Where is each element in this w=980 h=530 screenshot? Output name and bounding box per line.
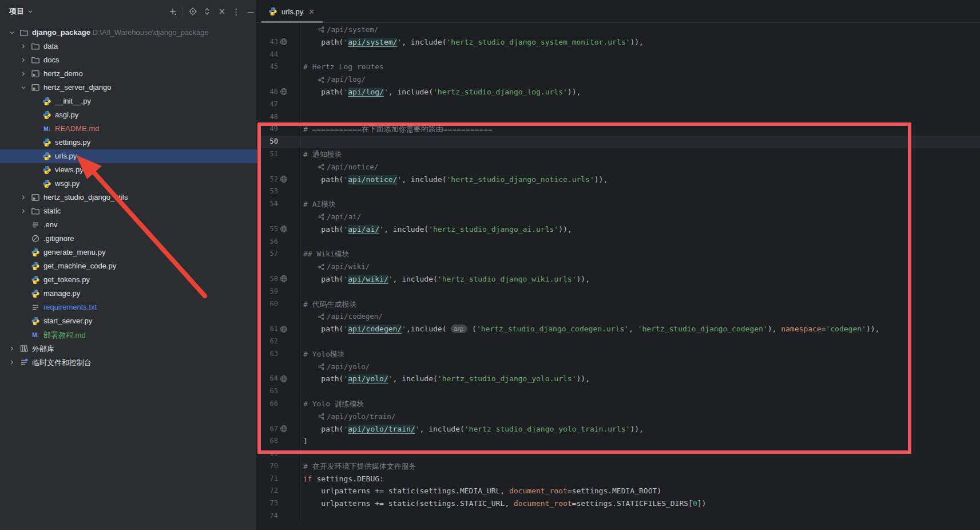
tree-item-__init__.py[interactable]: __init__.py	[0, 94, 257, 108]
url-link-string[interactable]: api/system/	[348, 38, 397, 46]
code-line-60[interactable]: 60# 代码生成模块	[257, 298, 980, 311]
url-inlay-row[interactable]: /api/system/	[257, 23, 980, 36]
url-mapping-globe-icon[interactable]	[278, 423, 300, 436]
url-link-string[interactable]: api/notice/	[348, 175, 397, 184]
code-line-59[interactable]: 59	[257, 286, 980, 298]
url-mapping-globe-icon[interactable]	[278, 173, 300, 186]
chevron-right-icon[interactable]	[19, 193, 27, 201]
code-line-73[interactable]: 73 urlpatterns += static(settings.STATIC…	[257, 497, 980, 510]
chevron-right-icon[interactable]	[19, 207, 27, 215]
code-line-55[interactable]: 55 path('api/ai/', include('hertz_studio…	[257, 223, 980, 236]
related-url-inlay[interactable]: /api/system/	[318, 23, 378, 36]
tree-item-get_tokens.py[interactable]: get_tokens.py	[0, 273, 257, 287]
code-line-44[interactable]: 44	[257, 49, 980, 61]
tree-item-hertz_server_django[interactable]: hertz_server_django	[0, 81, 257, 94]
tree-item-static[interactable]: static	[0, 204, 257, 218]
tree-item-data[interactable]: data	[0, 39, 257, 53]
url-mapping-globe-icon[interactable]	[278, 36, 300, 49]
locate-file-icon[interactable]	[187, 6, 199, 17]
code-line-45[interactable]: 45# Hertz Log routes	[257, 61, 980, 73]
code-line-70[interactable]: 70# 在开发环境下提供媒体文件服务	[257, 460, 980, 473]
url-inlay-row[interactable]: /api/ai/	[257, 211, 980, 223]
tree-item-urls.py[interactable]: urls.py	[0, 149, 257, 163]
url-mapping-globe-icon[interactable]	[278, 86, 300, 98]
code-line-46[interactable]: 46 path('api/log/', include('hertz_studi…	[257, 86, 980, 98]
code-line-69[interactable]: 69	[257, 448, 980, 460]
more-options-icon[interactable]: ⋮	[231, 6, 242, 17]
code-line-56[interactable]: 56	[257, 236, 980, 248]
code-line-65[interactable]: 65	[257, 385, 980, 398]
tree-item--[interactable]: 临时文件和控制台	[0, 355, 257, 369]
code-line-54[interactable]: 54# AI模块	[257, 198, 980, 211]
url-mapping-globe-icon[interactable]	[278, 323, 300, 335]
chevron-right-icon[interactable]	[8, 358, 16, 366]
url-link-string[interactable]: api/log/	[348, 88, 384, 96]
related-url-inlay[interactable]: /api/yolo/	[318, 361, 370, 373]
related-url-inlay[interactable]: /api/yolo/train/	[318, 410, 395, 423]
chevron-right-icon[interactable]	[19, 42, 27, 50]
tree-item-hertz_studio_django_utils[interactable]: hertz_studio_django_utils	[0, 191, 257, 204]
related-url-inlay[interactable]: /api/wiki/	[318, 260, 370, 273]
code-line-58[interactable]: 58 path('api/wiki/', include('hertz_stud…	[257, 273, 980, 286]
code-area[interactable]: /api/system/43 path('api/system/', inclu…	[257, 23, 980, 523]
tab-urls-py[interactable]: urls.py ✕	[261, 0, 323, 23]
url-inlay-row[interactable]: /api/notice/	[257, 161, 980, 173]
code-line-63[interactable]: 63# Yolo模块	[257, 348, 980, 361]
chevron-right-icon[interactable]	[19, 56, 27, 64]
code-line-52[interactable]: 52 path('api/notice/', include('hertz_st…	[257, 173, 980, 186]
hide-panel-icon[interactable]: ─	[245, 6, 256, 17]
code-line-48[interactable]: 48	[257, 111, 980, 124]
code-line-71[interactable]: 71if settings.DEBUG:	[257, 473, 980, 485]
code-line-53[interactable]: 53	[257, 185, 980, 198]
tree-item-get_machine_code.py[interactable]: get_machine_code.py	[0, 259, 257, 273]
tree-item-settings.py[interactable]: settings.py	[0, 136, 257, 149]
related-url-inlay[interactable]: /api/notice/	[318, 161, 378, 173]
project-panel-title[interactable]: 项目	[9, 6, 25, 17]
chevron-right-icon[interactable]	[8, 345, 16, 353]
expand-all-icon[interactable]	[201, 6, 213, 17]
url-mapping-globe-icon[interactable]	[278, 373, 300, 385]
related-url-inlay[interactable]: /api/ai/	[318, 211, 361, 223]
chevron-down-icon[interactable]	[19, 84, 27, 92]
url-inlay-row[interactable]: /api/yolo/train/	[257, 410, 980, 423]
code-line-74[interactable]: 74	[257, 510, 980, 523]
code-line-51[interactable]: 51# 通知模块	[257, 148, 980, 161]
close-tab-icon[interactable]: ✕	[307, 7, 316, 17]
tree-item-asgi.py[interactable]: asgi.py	[0, 108, 257, 122]
code-line-57[interactable]: 57## Wiki模块	[257, 248, 980, 260]
url-mapping-globe-icon[interactable]	[278, 273, 300, 286]
code-line-66[interactable]: 66# Yolo 训练模块	[257, 398, 980, 410]
code-line-62[interactable]: 62	[257, 335, 980, 348]
tree-item-docs[interactable]: docs	[0, 53, 257, 67]
url-link-string[interactable]: api/yolo/	[348, 374, 388, 383]
tree-item-manage.py[interactable]: manage.py	[0, 287, 257, 300]
url-inlay-row[interactable]: /api/codegen/	[257, 310, 980, 323]
tree-item--[interactable]: 外部库	[0, 342, 257, 355]
code-line-67[interactable]: 67 path('api/yolo/train/', include('hert…	[257, 423, 980, 436]
tree-item-start_server.py[interactable]: start_server.py	[0, 314, 257, 328]
code-line-68[interactable]: 68]	[257, 435, 980, 448]
code-line-47[interactable]: 47	[257, 98, 980, 111]
tree-item-.env[interactable]: .env	[0, 218, 257, 232]
code-line-61[interactable]: 61 path('api/codegen/',include( arg: ('h…	[257, 323, 980, 335]
url-inlay-row[interactable]: /api/log/	[257, 73, 980, 86]
code-line-64[interactable]: 64 path('api/yolo/', include('hertz_stud…	[257, 373, 980, 385]
collapse-all-icon[interactable]	[216, 6, 228, 17]
tree-item-django_package[interactable]: django_package D:\All_Warehouse\django_p…	[0, 26, 257, 39]
url-link-string[interactable]: api/codegen/	[348, 325, 402, 333]
tree-item-wsgi.py[interactable]: wsgi.py	[0, 177, 257, 191]
code-line-49[interactable]: 49# ===========在下面添加你需要的路由===========	[257, 123, 980, 136]
tree-item-generate_menu.py[interactable]: generate_menu.py	[0, 246, 257, 259]
chevron-right-icon[interactable]	[19, 70, 27, 78]
tree-item-README.md[interactable]: M↓README.md	[0, 122, 257, 136]
url-link-string[interactable]: api/yolo/train/	[348, 425, 415, 433]
add-icon[interactable]	[167, 6, 178, 17]
related-url-inlay[interactable]: /api/log/	[318, 73, 366, 86]
tree-item-hertz_demo[interactable]: hertz_demo	[0, 67, 257, 81]
code-line-43[interactable]: 43 path('api/system/', include('hertz_st…	[257, 36, 980, 49]
tree-item-requirements.txt[interactable]: requirements.txt	[0, 300, 257, 314]
code-line-50[interactable]: 50	[257, 136, 980, 148]
url-mapping-globe-icon[interactable]	[278, 223, 300, 236]
chevron-down-icon[interactable]	[8, 29, 16, 37]
url-inlay-row[interactable]: /api/wiki/	[257, 260, 980, 273]
